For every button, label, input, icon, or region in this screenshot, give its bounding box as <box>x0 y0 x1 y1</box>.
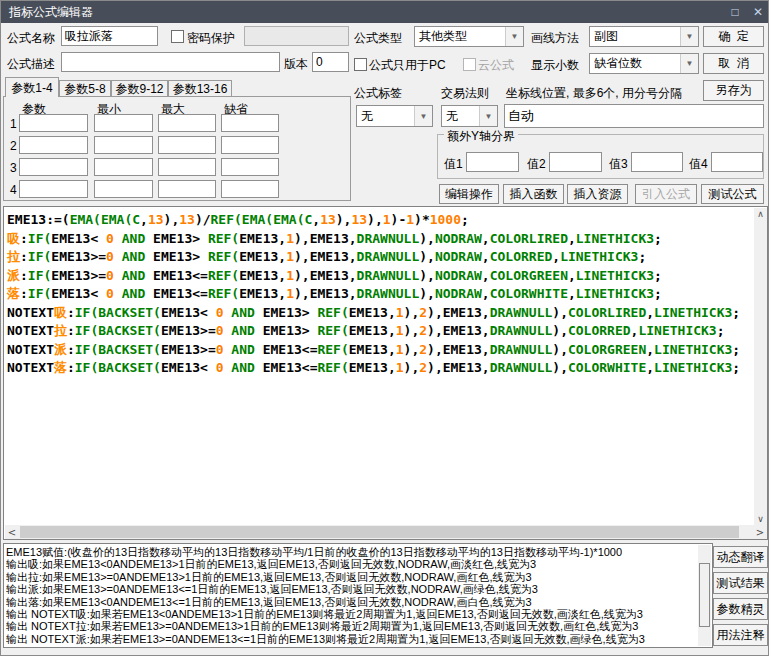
code-line[interactable]: NOTEXT派:IF(BACKSET(EME13>=0 AND EME13<=R… <box>7 341 756 360</box>
code-token: NOTEXT <box>7 342 54 357</box>
param-input-r4c4[interactable] <box>221 180 279 198</box>
extra-y-input-2[interactable] <box>549 152 602 172</box>
version-input[interactable] <box>312 52 349 72</box>
code-token: < <box>200 360 208 375</box>
chevron-down-icon[interactable]: ▼ <box>680 27 698 46</box>
formula-type-value: 其他类型 <box>419 27 467 46</box>
param-input-r2c2[interactable] <box>94 136 153 154</box>
param-input-r2c1[interactable] <box>19 136 88 154</box>
tab-参数5-8[interactable]: 参数5-8 <box>59 80 111 97</box>
formula-code-editor[interactable]: EME13:=(EMA(EMA(C,13),13)/REF(EMA(EMA(C,… <box>3 206 768 540</box>
action-button-测试公式[interactable]: 测试公式 <box>701 184 764 204</box>
code-line[interactable]: EME13:=(EMA(EMA(C,13),13)/REF(EMA(EMA(C,… <box>7 211 756 230</box>
editor-vertical-scrollbar[interactable]: ∧ ∨ <box>754 208 767 525</box>
action-button-编辑操作[interactable]: 编辑操作 <box>439 184 499 204</box>
chevron-down-icon[interactable]: ▼ <box>680 54 698 73</box>
code-line[interactable]: 派:IF(EME13>=0 AND EME13<=REF(EME13,1),EM… <box>7 267 756 286</box>
param-input-r4c1[interactable] <box>19 180 88 198</box>
code-token: ) <box>294 231 302 246</box>
tab-参数1-4[interactable]: 参数1-4 <box>5 77 59 97</box>
hscroll-thumb[interactable] <box>20 526 739 538</box>
cancel-button[interactable]: 取 消 <box>703 53 764 74</box>
param-input-r1c2[interactable] <box>94 114 153 132</box>
cloud-formula-checkbox <box>463 58 476 71</box>
action-button-插入函数[interactable]: 插入函数 <box>503 184 564 204</box>
ok-button[interactable]: 确 定 <box>703 26 764 47</box>
code-token: REF <box>317 342 340 357</box>
translation-vertical-scrollbar[interactable] <box>698 545 711 646</box>
translation-line: 输出 NOTEXT派:如果若EME13>=0ANDEME13<=1日前的EME1… <box>6 633 697 645</box>
code-token: NOTEXT <box>7 323 54 338</box>
code-token: ; <box>732 305 740 320</box>
code-token: IF <box>75 360 91 375</box>
password-protect-checkbox[interactable] <box>171 30 184 43</box>
code-token: , <box>560 305 568 320</box>
code-token <box>145 268 153 283</box>
code-line[interactable]: NOTEXT落:IF(BACKSET(EME13< 0 AND EME13<=R… <box>7 359 756 378</box>
scroll-left-icon[interactable]: < <box>7 527 17 538</box>
code-token: ) <box>419 231 427 246</box>
code-token: EME13 <box>349 305 388 320</box>
save-as-button[interactable]: 另存为 <box>703 80 764 101</box>
vscroll-thumb[interactable] <box>699 563 710 627</box>
trade-rule-select[interactable]: 无 ▼ <box>441 105 498 127</box>
side-button-参数精灵[interactable]: 参数精灵 <box>713 598 768 620</box>
side-button-用法注释[interactable]: 用法注释 <box>713 624 768 646</box>
coord-line-input[interactable] <box>504 104 764 128</box>
editor-horizontal-scrollbar[interactable]: < > <box>5 525 767 539</box>
formula-desc-input[interactable] <box>61 52 280 72</box>
param-input-r1c4[interactable] <box>221 114 279 132</box>
param-input-r3c3[interactable] <box>158 158 216 176</box>
code-token <box>200 231 208 246</box>
code-token: 13 <box>320 212 336 227</box>
scroll-down-icon[interactable]: ∨ <box>754 514 767 524</box>
formula-name-input[interactable] <box>61 26 158 46</box>
draw-method-select[interactable]: 副图 ▼ <box>589 26 699 47</box>
code-token: , <box>388 323 396 338</box>
action-button-插入资源[interactable]: 插入资源 <box>567 184 628 204</box>
param-input-r2c4[interactable] <box>221 136 279 154</box>
code-token: < <box>302 342 310 357</box>
code-token <box>114 249 122 264</box>
code-token: ( <box>153 360 161 375</box>
chevron-down-icon[interactable]: ▼ <box>505 27 523 46</box>
extra-y-label: 额外Y轴分界 <box>444 128 518 145</box>
scroll-right-icon[interactable]: > <box>755 527 765 538</box>
code-line[interactable]: 拉:IF(EME13>=0 AND EME13> REF(EME13,1),EM… <box>7 248 756 267</box>
extra-y-input-1[interactable] <box>466 152 519 172</box>
tab-参数13-16[interactable]: 参数13-16 <box>168 80 232 97</box>
code-area[interactable]: EME13:=(EMA(EMA(C,13),13)/REF(EMA(EMA(C,… <box>5 208 756 528</box>
window-title: 指标公式编辑器 <box>9 1 93 23</box>
chevron-down-icon[interactable]: ▼ <box>414 106 432 126</box>
param-input-r3c2[interactable] <box>94 158 153 176</box>
param-input-r1c1[interactable] <box>19 114 88 132</box>
side-button-测试结果[interactable]: 测试结果 <box>713 572 768 594</box>
code-token <box>208 305 216 320</box>
pc-only-checkbox[interactable] <box>354 58 367 71</box>
code-token: BACKSET <box>98 360 153 375</box>
close-icon[interactable]: ✕ <box>747 1 769 23</box>
code-token: EME13 <box>263 360 302 375</box>
param-input-r1c3[interactable] <box>158 114 216 132</box>
code-token: DRAWNULL <box>490 323 553 338</box>
extra-y-input-4[interactable] <box>711 152 763 172</box>
param-input-r4c2[interactable] <box>94 180 153 198</box>
formula-type-select[interactable]: 其他类型 ▼ <box>414 26 524 47</box>
param-input-r2c3[interactable] <box>158 136 216 154</box>
tab-参数9-12[interactable]: 参数9-12 <box>111 80 168 97</box>
code-line[interactable]: 落:IF(EME13< 0 AND EME13<=REF(EME13,1),EM… <box>7 285 756 304</box>
code-line[interactable]: 吸:IF(EME13< 0 AND EME13> REF(EME13,1),EM… <box>7 230 756 249</box>
decimals-select[interactable]: 缺省位数 ▼ <box>589 53 699 74</box>
maximize-icon[interactable]: □ <box>723 1 747 23</box>
param-input-r3c1[interactable] <box>19 158 88 176</box>
side-button-动态翻译[interactable]: 动态翻译 <box>713 546 768 568</box>
param-input-r4c3[interactable] <box>158 180 216 198</box>
chevron-down-icon[interactable]: ▼ <box>479 106 497 126</box>
formula-tag-select[interactable]: 无 ▼ <box>356 105 433 127</box>
code-line[interactable]: NOTEXT拉:IF(BACKSET(EME13>=0 AND EME13> R… <box>7 322 756 341</box>
extra-y-input-3[interactable] <box>631 152 683 172</box>
scroll-up-icon[interactable]: ∧ <box>754 209 767 219</box>
code-line[interactable]: NOTEXT吸:IF(BACKSET(EME13< 0 AND EME13> R… <box>7 304 756 323</box>
param-input-r3c4[interactable] <box>221 158 279 176</box>
code-token: REF <box>208 286 231 301</box>
